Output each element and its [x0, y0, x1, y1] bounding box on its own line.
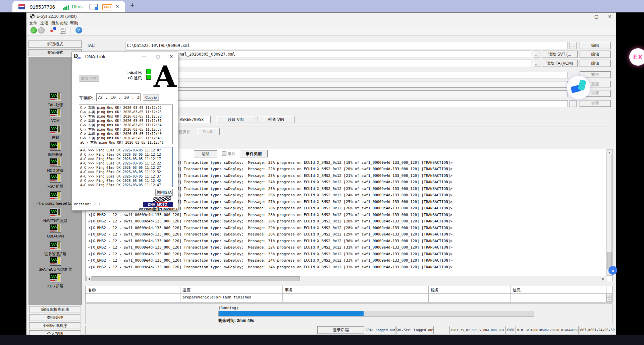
vehicle-ip-label: 车辆IP:	[79, 95, 93, 101]
sidebar-item-obd-cvn[interactable]: OBD-CVN	[29, 224, 82, 238]
esys-close-button[interactable]: ✕	[607, 13, 613, 19]
read-svt-button[interactable]: 读取 SVT (...	[542, 51, 578, 58]
dna-link-dialog: D LINK DNA-Link — ▢ ✕ 启动_D2D >车通讯 >C 通讯 …	[71, 52, 178, 211]
svt-browse-button[interactable]: ...	[533, 51, 540, 58]
tal-label: TAL:	[87, 43, 95, 48]
log-line: <[X_BMS2 - 12 - swf1_00009e4d-133_000_12…	[88, 232, 452, 236]
event-types-button[interactable]: 事件类型	[240, 150, 268, 157]
aux-field-4[interactable]	[125, 100, 568, 107]
ping-log-cloud[interactable]: A-C >>> Ping 60ms OK 2026-03-05 11:12:07…	[79, 147, 173, 187]
ecu-screen-icon	[50, 224, 61, 233]
tab-close-icon[interactable]: ✕	[115, 4, 119, 9]
todesk-edge-handle[interactable]: «	[608, 266, 617, 275]
read-vin-button[interactable]: 读取 VIN	[216, 116, 255, 123]
status-spa: SPA: Logged out	[366, 326, 395, 334]
remaining-time: 剩余时间: 3min 49s	[218, 318, 254, 324]
taskbar: 搜索 D ∧	[0, 335, 644, 345]
log-vscrollbar[interactable]: ▲ ▼	[606, 149, 612, 276]
col-service[interactable]: 服务	[431, 287, 439, 293]
ecu-screen-icon	[50, 241, 61, 250]
ping-log-vehicle[interactable]: C-> 车辆 ping 0ms OK! 2026-03-05 11:12:22 …	[79, 105, 173, 144]
scroll-right-arrow[interactable]: ▶	[601, 276, 606, 281]
fa-field[interactable]	[125, 60, 531, 67]
esys-toolbar: ← → ?	[26, 26, 616, 36]
forward-icon[interactable]: →	[38, 27, 45, 33]
reset-button-4[interactable]: 重置	[580, 100, 611, 107]
details-button[interactable]: Details	[197, 128, 220, 135]
esys-maximize-button[interactable]: ▢	[593, 13, 599, 19]
start-d2d-button[interactable]: 启动_D2D	[79, 75, 99, 82]
col-progress[interactable]: 进度	[182, 287, 191, 293]
menu-file[interactable]: 文件	[29, 20, 37, 26]
fa-browse-button[interactable]: ...	[533, 60, 540, 67]
back-icon[interactable]: ←	[31, 27, 37, 33]
tal-path-field[interactable]: C:\Data22.10\TAL\96969.xml	[125, 42, 568, 49]
events-checkbox[interactable]: ✓	[222, 151, 226, 156]
header-underline	[86, 293, 612, 294]
col-name[interactable]: 名称	[88, 287, 96, 293]
aux-browse-button[interactable]: ...	[570, 100, 577, 107]
clear-log-button[interactable]: 清除	[194, 150, 217, 157]
hscroll-thumb[interactable]	[92, 276, 300, 281]
dna-maximize-button[interactable]: ▢	[155, 53, 161, 59]
scroll-up-arrow[interactable]: ▲	[607, 150, 612, 155]
log-hscrollbar[interactable]: ◀ ▶	[86, 276, 606, 281]
screen-share-icon[interactable]	[90, 4, 98, 9]
remote-session-bar: 915537796 16ms FHD ✕ +	[0, 0, 644, 12]
dna-logo-icon: D LINK	[74, 53, 82, 60]
login-backend-button[interactable]: 登录后端	[317, 326, 364, 334]
table-row-progress-value[interactable]: prepareVehicleForFlash finished	[182, 295, 251, 299]
check-vin-button[interactable]: 检查 VIN	[258, 116, 294, 123]
copy-ip-button[interactable]: Copy ip	[143, 94, 159, 101]
fa-edit-button[interactable]: 编辑	[580, 60, 611, 67]
sidebar-editors-button[interactable]: 编辑者和查看者	[29, 306, 81, 313]
vehicle-ip-field[interactable]: 172 . 10 . 10 . 35	[96, 93, 141, 101]
dna-minimize-button[interactable]: —	[141, 53, 147, 59]
ecu-screen-icon	[50, 142, 61, 151]
remote-app-logo-icon	[18, 4, 25, 9]
read-fa-button[interactable]: 读取 FA (VCM)	[542, 60, 578, 67]
log-line: <[X_BMS2 - 12 - swf1_00009e4d-133_000_12…	[88, 213, 452, 217]
menu-options[interactable]: 选项	[40, 20, 48, 26]
col-info[interactable]: 信息	[513, 287, 521, 293]
log-line: <[X_BMS2 - 12 - swf1_00009e4d-133_000_12…	[88, 252, 452, 256]
log-document-icon[interactable]	[60, 27, 65, 33]
svt-path-field[interactable]: nal_20260305_030927.xml	[125, 51, 531, 58]
latency-value: 16ms	[71, 4, 83, 9]
prog-protect-partial-label: 程保护	[178, 129, 191, 135]
menu-addons[interactable]: 附加功能	[51, 20, 67, 26]
remote-session-tab[interactable]: 915537796 16ms FHD ✕	[12, 1, 125, 12]
ex-floating-badge[interactable]: EX	[629, 48, 644, 66]
esys-minimize-button[interactable]: —	[579, 13, 585, 19]
status-empty-cell	[85, 326, 315, 334]
table-scroll-down[interactable]: ▼	[606, 298, 612, 302]
sidebar-item-kds[interactable]: KDS 扩展	[29, 273, 82, 289]
scroll-left-arrow[interactable]: ◀	[86, 276, 92, 281]
svt-edit-button[interactable]: 编辑	[580, 51, 611, 58]
aux-field-1[interactable]	[125, 72, 568, 78]
table-scroll-up[interactable]: ▲	[606, 294, 612, 298]
aux-field-2[interactable]	[125, 81, 568, 88]
tal-edit-button[interactable]: 编辑	[580, 42, 611, 49]
todesk-watermark-icon	[567, 76, 590, 99]
sidebar-item-sfa-ecu[interactable]: SFA / ECU 模式扩展	[29, 257, 82, 272]
progress-bar-track	[218, 311, 534, 317]
esys-app-icon	[30, 14, 35, 18]
quality-badge[interactable]: FHD	[102, 4, 112, 10]
tal-browse-button[interactable]: ...	[570, 42, 577, 49]
aux-field-3[interactable]	[125, 90, 568, 97]
log-line: <[X_BMS2 - 12 - swf1_00009e4d-133_000_12…	[88, 265, 452, 269]
dna-close-button[interactable]: ✕	[168, 53, 174, 59]
new-tab-button[interactable]: +	[130, 1, 135, 10]
sidebar-data-button[interactable]: 数据处理	[29, 314, 81, 321]
col-transaction[interactable]: 事务	[285, 287, 293, 293]
mode-comfort-button[interactable]: 舒适模式	[29, 41, 82, 48]
connection-icon[interactable]	[49, 27, 56, 33]
big-letter-watermark: A	[154, 62, 176, 91]
ecu-screen-icon	[50, 92, 61, 101]
menu-help[interactable]: 帮助	[70, 20, 78, 26]
help-icon[interactable]: ?	[75, 27, 82, 33]
sidebar-item-cert-mgmt[interactable]: 证书管理扩展	[29, 241, 82, 257]
close-ista-button[interactable]: 关闭ISTA	[155, 189, 173, 196]
sidebar-external-apps-button[interactable]: 外部应用程序	[29, 322, 81, 329]
